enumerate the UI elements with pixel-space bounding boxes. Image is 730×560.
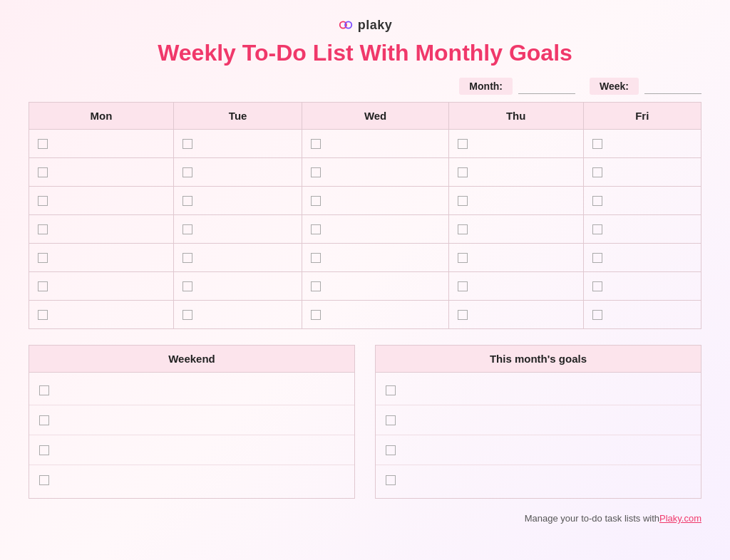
checkbox[interactable] (592, 139, 602, 149)
checkbox[interactable] (38, 224, 48, 234)
table-cell (173, 301, 302, 329)
table-cell (29, 158, 174, 187)
table-row (29, 158, 701, 187)
list-item (29, 375, 354, 405)
checkbox[interactable] (182, 281, 192, 291)
checkbox[interactable] (592, 281, 602, 291)
table-cell (29, 187, 174, 215)
goals-rows (376, 373, 701, 498)
checkbox[interactable] (38, 167, 48, 177)
checkbox[interactable] (458, 139, 468, 149)
weekly-header-row: Mon Tue Wed Thu Fri (29, 103, 701, 130)
col-mon: Mon (29, 103, 174, 130)
checkbox[interactable] (38, 139, 48, 149)
checkbox[interactable] (592, 253, 602, 263)
list-item (376, 465, 701, 495)
checkbox[interactable] (38, 253, 48, 263)
checkbox[interactable] (458, 281, 468, 291)
table-cell (583, 187, 701, 215)
checkbox[interactable] (39, 475, 49, 485)
table-cell (583, 215, 701, 244)
checkbox[interactable] (458, 224, 468, 234)
checkbox[interactable] (311, 224, 321, 234)
table-cell (583, 272, 701, 301)
table-row (29, 215, 701, 244)
checkbox[interactable] (386, 415, 396, 425)
table-row (29, 301, 701, 329)
table-cell (173, 272, 302, 301)
checkbox[interactable] (458, 196, 468, 206)
month-label: Month: (459, 78, 513, 95)
checkbox[interactable] (458, 253, 468, 263)
list-item (376, 435, 701, 465)
table-cell (302, 130, 448, 158)
checkbox[interactable] (386, 475, 396, 485)
checkbox[interactable] (386, 445, 396, 455)
month-item: Month: (459, 78, 575, 95)
checkbox[interactable] (182, 310, 192, 320)
table-cell (173, 130, 302, 158)
table-cell (448, 187, 583, 215)
checkbox[interactable] (38, 196, 48, 206)
footer-link[interactable]: Plaky.com (659, 513, 701, 524)
table-cell (302, 244, 448, 272)
table-cell (302, 272, 448, 301)
table-cell (448, 215, 583, 244)
month-week-row: Month: Week: (29, 78, 701, 95)
checkbox[interactable] (182, 196, 192, 206)
checkbox[interactable] (182, 253, 192, 263)
footer-text: Manage your to-do task lists with (525, 513, 659, 524)
table-cell (302, 187, 448, 215)
checkbox[interactable] (311, 139, 321, 149)
table-cell (29, 272, 174, 301)
checkbox[interactable] (311, 196, 321, 206)
table-row (29, 244, 701, 272)
checkbox[interactable] (39, 445, 49, 455)
checkbox[interactable] (39, 415, 49, 425)
checkbox[interactable] (592, 224, 602, 234)
list-item (29, 465, 354, 495)
checkbox[interactable] (311, 167, 321, 177)
checkbox[interactable] (592, 167, 602, 177)
col-tue: Tue (173, 103, 302, 130)
table-cell (448, 301, 583, 329)
table-cell (302, 158, 448, 187)
table-row (29, 272, 701, 301)
checkbox[interactable] (311, 310, 321, 320)
col-wed: Wed (302, 103, 448, 130)
table-cell (29, 215, 174, 244)
week-label: Week: (590, 78, 639, 95)
checkbox[interactable] (182, 167, 192, 177)
checkbox[interactable] (311, 281, 321, 291)
checkbox[interactable] (592, 310, 602, 320)
checkbox[interactable] (386, 385, 396, 395)
table-cell (29, 301, 174, 329)
checkbox[interactable] (458, 310, 468, 320)
month-value-field[interactable] (518, 78, 575, 94)
table-cell (173, 215, 302, 244)
checkbox[interactable] (38, 310, 48, 320)
table-row (29, 130, 701, 158)
table-cell (583, 244, 701, 272)
logo-text: plaky (358, 18, 393, 33)
list-item (29, 435, 354, 465)
table-cell (173, 187, 302, 215)
list-item (376, 405, 701, 435)
weekend-header: Weekend (29, 346, 354, 373)
checkbox[interactable] (39, 385, 49, 395)
weekly-table: Mon Tue Wed Thu Fri (29, 102, 701, 329)
checkbox[interactable] (458, 167, 468, 177)
page-title: Weekly To-Do List With Monthly Goals (158, 40, 572, 66)
weekend-rows (29, 373, 354, 498)
table-cell (302, 215, 448, 244)
checkbox[interactable] (38, 281, 48, 291)
week-value-field[interactable] (644, 78, 701, 94)
table-cell (583, 301, 701, 329)
list-item (376, 375, 701, 405)
checkbox[interactable] (592, 196, 602, 206)
table-cell (583, 130, 701, 158)
checkbox[interactable] (182, 224, 192, 234)
goals-section: This month's goals (375, 345, 701, 499)
checkbox[interactable] (311, 253, 321, 263)
checkbox[interactable] (182, 139, 192, 149)
